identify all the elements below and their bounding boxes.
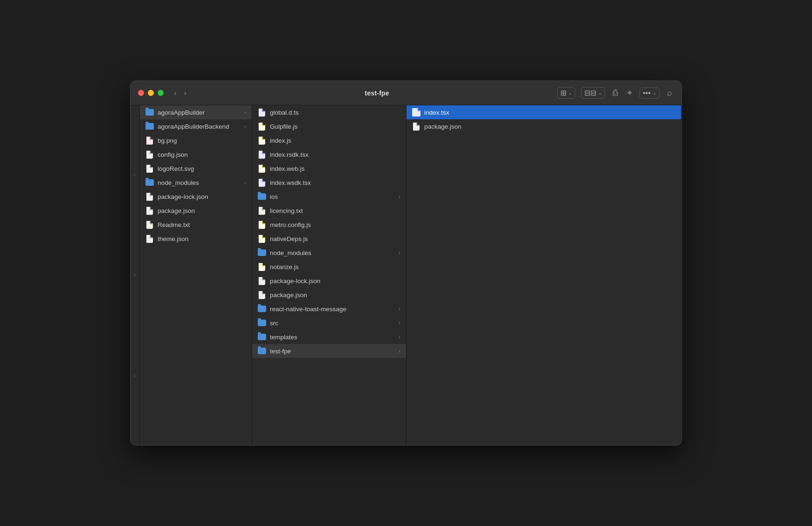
list-item[interactable]: index.web.js bbox=[252, 161, 406, 175]
list-item[interactable]: templates › bbox=[252, 330, 406, 344]
close-button[interactable] bbox=[138, 90, 144, 96]
doc-icon bbox=[145, 150, 154, 159]
list-item[interactable]: package.json bbox=[406, 119, 681, 133]
file-name: index.js bbox=[270, 137, 291, 144]
list-item[interactable]: index.js bbox=[252, 133, 406, 147]
js-file-icon bbox=[258, 234, 266, 243]
doc-icon bbox=[145, 234, 154, 243]
column-3: index.tsx package.json bbox=[406, 105, 682, 445]
doc-icon bbox=[258, 277, 266, 285]
file-name: test-fpe bbox=[270, 348, 291, 355]
folder-icon bbox=[258, 347, 266, 355]
doc-icon bbox=[145, 206, 154, 215]
file-name: Readme.txt bbox=[158, 221, 190, 228]
list-item[interactable]: Gulpfile.js bbox=[252, 119, 406, 133]
folder-icon bbox=[258, 319, 266, 327]
list-item[interactable]: react-native-toast-message › bbox=[252, 302, 406, 316]
chevron-right-icon: › bbox=[244, 180, 246, 185]
list-item[interactable]: global.d.ts bbox=[252, 105, 406, 119]
search-button[interactable]: ⌕ bbox=[665, 87, 674, 99]
list-item[interactable]: index.wsdk.tsx bbox=[252, 175, 406, 190]
list-item[interactable]: node_modules › bbox=[140, 175, 252, 190]
share-button[interactable]: ⎙ bbox=[611, 87, 620, 99]
file-name: templates bbox=[270, 334, 297, 341]
arrange-button[interactable]: ⊟⊟ ⌄ bbox=[581, 87, 605, 99]
file-name: package-lock.json bbox=[270, 278, 320, 285]
list-item[interactable]: config.json bbox=[140, 147, 252, 161]
file-name: node_modules bbox=[158, 179, 199, 186]
ts-file-icon bbox=[412, 108, 420, 117]
more-button[interactable]: ••• ⌄ bbox=[639, 88, 660, 99]
list-item[interactable]: index.rsdk.tsx bbox=[252, 147, 406, 161]
file-name: Gulpfile.js bbox=[270, 123, 297, 130]
file-name: package.json bbox=[424, 123, 462, 130]
column-2: global.d.ts Gulpfile.js index.js index.r… bbox=[252, 105, 406, 445]
list-item[interactable]: Readme.txt bbox=[140, 218, 252, 232]
window-title: test-fpe bbox=[197, 89, 558, 97]
file-name: agoraAppBuilder bbox=[158, 109, 205, 116]
chevron-right-icon: › bbox=[399, 348, 400, 354]
tag-button[interactable]: ⌖ bbox=[625, 87, 634, 99]
file-name: src bbox=[270, 320, 278, 327]
list-item[interactable]: bg.png bbox=[140, 133, 252, 147]
chevron-right-icon: › bbox=[399, 320, 400, 326]
maximize-button[interactable] bbox=[158, 90, 164, 96]
sidebar-toggle-btn-1[interactable]: › bbox=[132, 171, 138, 178]
list-item[interactable]: src › bbox=[252, 316, 406, 330]
list-item[interactable]: metro.config.js bbox=[252, 218, 406, 232]
list-item[interactable]: ios › bbox=[252, 190, 406, 204]
sidebar-toggle-btn-3[interactable]: › bbox=[132, 373, 138, 379]
file-name: metro.config.js bbox=[270, 221, 311, 228]
list-item[interactable]: logoRect.svg bbox=[140, 161, 252, 175]
list-item[interactable]: agoraAppBuilder › bbox=[140, 105, 252, 119]
file-name: node_modules bbox=[270, 249, 312, 256]
list-item[interactable]: package-lock.json bbox=[252, 274, 406, 288]
list-item[interactable]: node_modules › bbox=[252, 246, 406, 260]
folder-icon bbox=[145, 122, 154, 131]
back-button[interactable]: ‹ bbox=[171, 88, 179, 98]
titlebar: ‹ › test-fpe ⊞ ⌄ ⊟⊟ ⌄ ⎙ ⌖ ••• ⌄ ⌕ bbox=[130, 81, 682, 105]
folder-icon bbox=[145, 178, 154, 187]
js-file-icon bbox=[258, 136, 266, 145]
list-item[interactable]: theme.json bbox=[140, 232, 252, 246]
file-name: theme.json bbox=[158, 235, 188, 242]
list-item[interactable]: licencing.txt bbox=[252, 204, 406, 218]
chevron-right-icon: › bbox=[399, 334, 400, 340]
column-view-icon: ⊞ bbox=[560, 88, 566, 97]
list-item[interactable]: index.tsx bbox=[406, 105, 681, 119]
traffic-lights bbox=[138, 90, 164, 96]
ts-file-icon bbox=[258, 178, 266, 187]
doc-icon bbox=[145, 220, 154, 229]
list-item[interactable]: agoraAppBuilderBackend › bbox=[140, 119, 252, 133]
file-name: package.json bbox=[270, 292, 307, 299]
ts-file-icon bbox=[258, 108, 266, 117]
column-view-button[interactable]: ⊞ ⌄ bbox=[557, 87, 575, 99]
folder-icon bbox=[258, 305, 266, 313]
file-name: index.wsdk.tsx bbox=[270, 179, 311, 186]
list-item[interactable]: notarize.js bbox=[252, 260, 406, 274]
more-chevron: ⌄ bbox=[652, 90, 656, 95]
forward-button[interactable]: › bbox=[181, 88, 189, 98]
list-item[interactable]: package.json bbox=[140, 204, 252, 218]
list-item[interactable]: package.json bbox=[252, 288, 406, 302]
toolbar-icons: ⊞ ⌄ ⊟⊟ ⌄ ⎙ ⌖ ••• ⌄ ⌕ bbox=[557, 87, 674, 99]
image-icon bbox=[145, 136, 154, 145]
chevron-right-icon: › bbox=[399, 250, 400, 256]
column-view-chevron: ⌄ bbox=[568, 90, 572, 95]
finder-window: ‹ › test-fpe ⊞ ⌄ ⊟⊟ ⌄ ⎙ ⌖ ••• ⌄ ⌕ › bbox=[130, 80, 682, 446]
js-file-icon bbox=[258, 122, 266, 131]
navigation-arrows: ‹ › bbox=[171, 88, 189, 98]
list-item[interactable]: package-lock.json bbox=[140, 190, 252, 204]
sidebar-toggle-btn-2[interactable]: › bbox=[132, 272, 138, 278]
file-name: index.tsx bbox=[424, 109, 449, 116]
sidebar-toggle: › › › bbox=[130, 105, 140, 445]
chevron-right-icon: › bbox=[244, 124, 246, 129]
arrange-chevron: ⌄ bbox=[598, 90, 602, 95]
more-icon: ••• bbox=[643, 89, 651, 97]
file-name: licencing.txt bbox=[270, 207, 303, 214]
file-name: logoRect.svg bbox=[158, 165, 194, 172]
list-item[interactable]: test-fpe › bbox=[252, 344, 406, 358]
list-item[interactable]: nativeDeps.js bbox=[252, 232, 406, 246]
minimize-button[interactable] bbox=[148, 90, 154, 96]
content-area: › › › agoraAppBuilder › agoraAppBuilderB… bbox=[130, 105, 682, 445]
